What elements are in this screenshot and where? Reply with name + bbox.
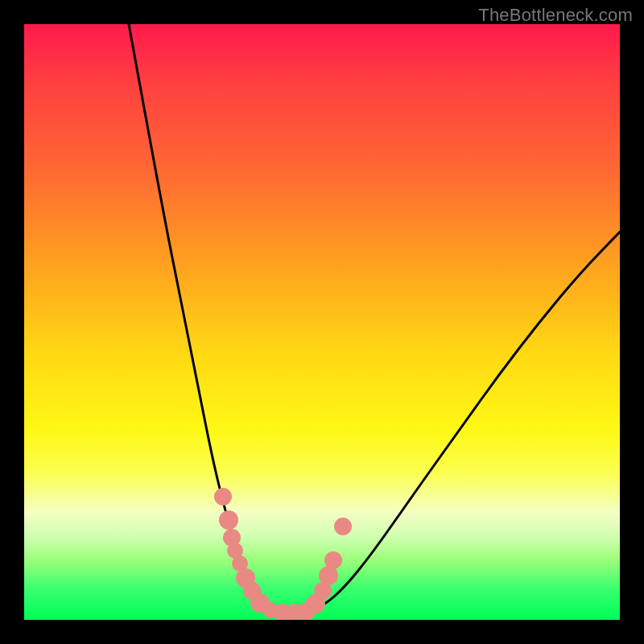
bottleneck-curve xyxy=(129,24,620,613)
curve-marker xyxy=(334,518,352,535)
curve-marker xyxy=(214,488,232,506)
curve-marker xyxy=(324,551,342,569)
bottleneck-chart xyxy=(24,24,620,620)
watermark-label: TheBottleneck.com xyxy=(478,5,633,26)
curve-marker xyxy=(219,510,238,530)
